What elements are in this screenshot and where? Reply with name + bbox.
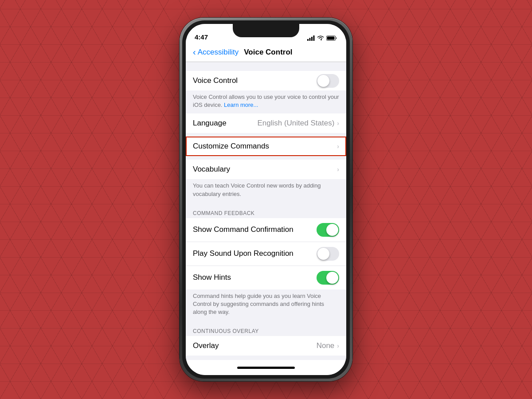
language-row[interactable]: Language English (United States) › [186,113,346,133]
phone-frame: 4:47 [180,18,352,381]
page-title: Voice Control [244,48,292,57]
overlay-group: Overlay None › [186,336,346,356]
show-hints-description: Command hints help guide you as you lear… [186,289,346,321]
language-group: Language English (United States) › [186,113,346,133]
show-command-confirmation-toggle[interactable] [317,223,339,237]
status-bar: 4:47 [186,24,346,43]
language-chevron-icon: › [337,120,339,127]
svg-rect-5 [327,37,335,40]
show-hints-label: Show Hints [193,273,317,282]
command-feedback-label: COMMAND FEEDBACK [193,210,254,216]
wifi-icon [317,35,324,41]
svg-rect-2 [311,37,313,41]
vocabulary-group: Vocabulary › [186,160,346,179]
back-button[interactable]: ‹ Accessibility [193,47,239,57]
status-icons [307,35,337,41]
home-bar [237,367,295,369]
language-label: Language [193,119,257,128]
voice-control-description: Voice Control allows you to use your voi… [186,90,346,113]
command-feedback-group: Show Command Confirmation Play Sound Upo… [186,218,346,289]
signal-icon [307,35,315,41]
show-hints-row[interactable]: Show Hints [186,266,346,289]
toggle-knob-3 [317,248,329,260]
overlay-description: Overlays display numbers or names over y… [186,356,346,360]
continuous-overlay-divider: CONTINUOUS OVERLAY [186,321,346,336]
back-label[interactable]: Accessibility [198,48,239,57]
customize-commands-chevron-icon: › [337,143,339,150]
play-sound-toggle[interactable] [317,247,339,261]
home-indicator [186,360,346,375]
vocabulary-description: You can teach Voice Control new words by… [186,179,346,202]
overlay-chevron-icon: › [337,342,339,349]
voice-control-label: Voice Control [193,76,317,85]
toggle-knob [317,75,329,87]
notch [233,24,299,37]
svg-rect-3 [313,35,315,41]
toggle-knob-4 [326,272,338,284]
nav-bar: ‹ Accessibility Voice Control [186,43,346,62]
toggle-knob-2 [326,224,338,236]
show-command-confirmation-label: Show Command Confirmation [193,225,317,234]
voice-control-toggle[interactable] [317,74,339,88]
phone-screen: 4:47 [186,24,346,375]
voice-control-group: Voice Control [186,71,346,90]
phone-inner: 4:47 [182,20,350,379]
scroll-content[interactable]: Voice Control Voice Control allows you t… [186,62,346,360]
battery-icon [326,35,337,41]
play-sound-row[interactable]: Play Sound Upon Recognition [186,242,346,266]
vocabulary-row[interactable]: Vocabulary › [186,160,346,179]
overlay-label: Overlay [193,341,317,350]
continuous-overlay-label: CONTINUOUS OVERLAY [193,328,259,334]
vocabulary-label: Vocabulary [193,165,337,174]
svg-rect-0 [307,39,309,41]
play-sound-label: Play Sound Upon Recognition [193,249,317,258]
overlay-value: None [317,341,335,350]
status-time: 4:47 [195,33,208,41]
language-value: English (United States) [257,119,334,128]
svg-rect-1 [309,38,311,41]
customize-commands-label: Customize Commands [193,142,337,151]
command-feedback-divider: COMMAND FEEDBACK [186,203,346,218]
customize-commands-row[interactable]: Customize Commands › [186,137,346,156]
vocabulary-chevron-icon: › [337,166,339,173]
customize-commands-group: Customize Commands › [186,137,346,156]
learn-more-link[interactable]: Learn more... [224,102,258,108]
overlay-row[interactable]: Overlay None › [186,336,346,356]
show-command-confirmation-row[interactable]: Show Command Confirmation [186,218,346,242]
back-chevron-icon: ‹ [193,47,196,57]
show-hints-toggle[interactable] [317,271,339,285]
voice-control-row[interactable]: Voice Control [186,71,346,90]
